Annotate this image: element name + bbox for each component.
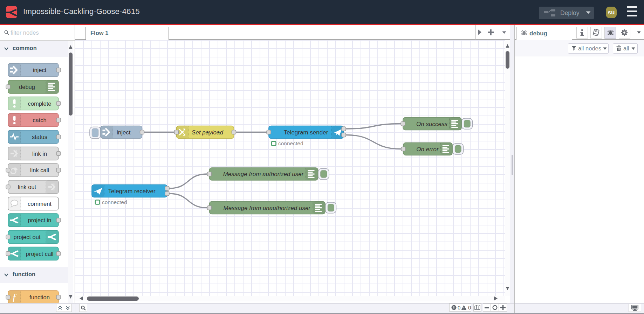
svg-text:On success: On success: [416, 121, 447, 127]
svg-text:link out: link out: [18, 184, 36, 190]
svg-text:function: function: [29, 294, 50, 300]
svg-text:link in: link in: [32, 151, 47, 157]
svg-text:inject: inject: [117, 129, 131, 136]
svg-text:Telegram receiver: Telegram receiver: [108, 188, 155, 195]
svg-text:connected: connected: [102, 199, 127, 205]
svg-text:Message from unauthorized user: Message from unauthorized user: [223, 205, 311, 211]
svg-text:project out: project out: [13, 234, 40, 240]
svg-text:complete: complete: [28, 100, 52, 107]
svg-text:project in: project in: [28, 217, 52, 223]
svg-text:catch: catch: [33, 117, 46, 123]
svg-text:link call: link call: [30, 167, 49, 173]
svg-text:On error: On error: [416, 146, 439, 153]
svg-text:debug: debug: [19, 84, 35, 90]
svg-text:ƒ: ƒ: [12, 291, 17, 302]
svg-text:project call: project call: [26, 251, 54, 257]
svg-text:Message from authorized user: Message from authorized user: [223, 171, 304, 177]
svg-text:connected: connected: [278, 140, 303, 146]
svg-text:status: status: [32, 134, 47, 140]
svg-text:Telegram sender: Telegram sender: [284, 129, 328, 136]
svg-text:inject: inject: [33, 67, 47, 73]
svg-text:Set payload: Set payload: [192, 129, 223, 136]
svg-text:comment: comment: [28, 201, 52, 207]
